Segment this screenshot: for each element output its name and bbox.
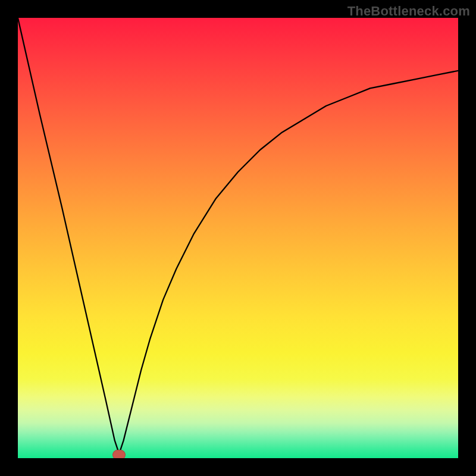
curve-layer — [18, 18, 458, 458]
bottleneck-curve — [18, 18, 458, 454]
minimum-marker — [112, 450, 126, 458]
watermark-text: TheBottleneck.com — [347, 4, 470, 19]
chart-container: TheBottleneck.com — [0, 0, 476, 476]
plot-area — [18, 18, 458, 458]
